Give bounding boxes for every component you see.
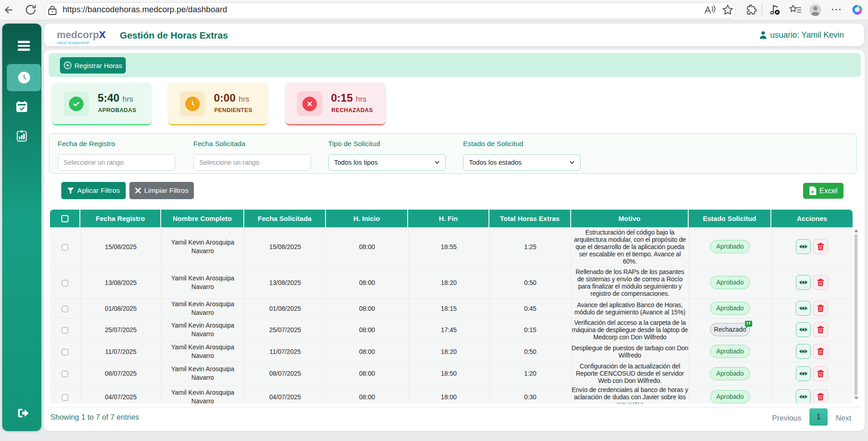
svg-text:x: x [811,189,814,194]
